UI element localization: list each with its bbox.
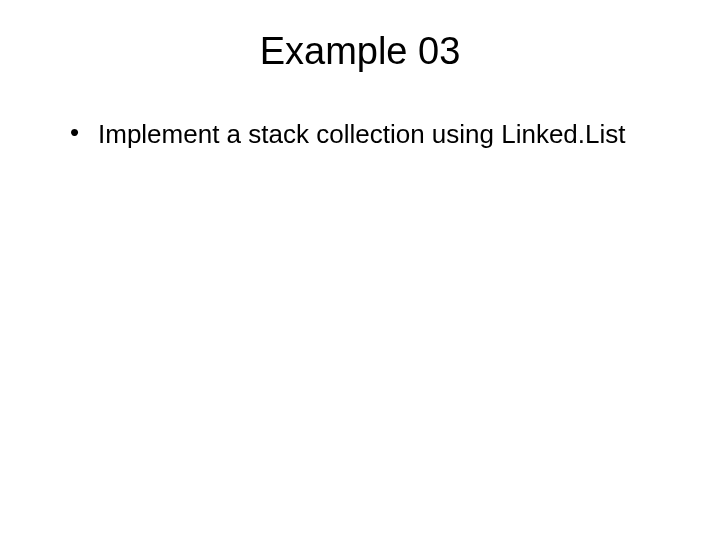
slide-title: Example 03 — [50, 30, 670, 73]
slide-content: Implement a stack collection using Linke… — [50, 118, 670, 152]
slide-container: Example 03 Implement a stack collection … — [0, 0, 720, 540]
bullet-list: Implement a stack collection using Linke… — [70, 118, 670, 152]
bullet-item: Implement a stack collection using Linke… — [70, 118, 670, 152]
